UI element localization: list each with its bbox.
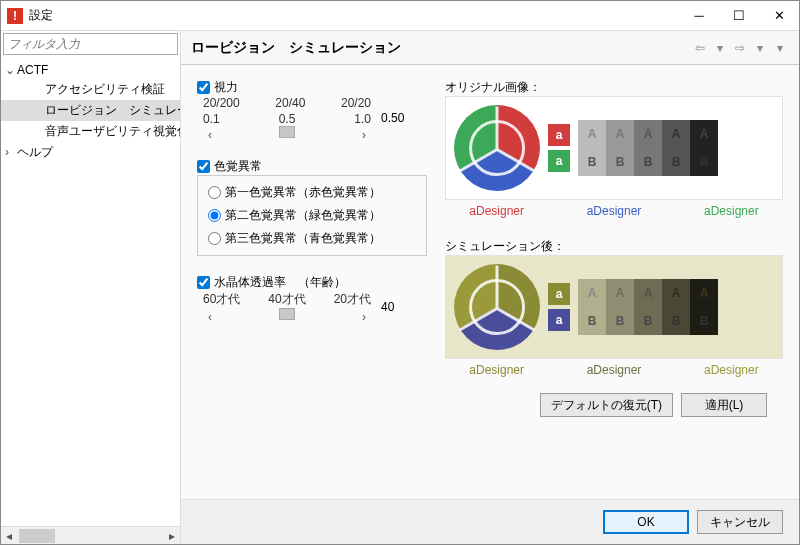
designer-row-sim: aDesigner aDesigner aDesigner xyxy=(445,363,783,377)
lens-section: 水晶体透過率 （年齢） 60才代 40才代 20才代 xyxy=(197,274,427,322)
forward-menu-icon[interactable]: ▾ xyxy=(751,39,769,57)
tree-item-accessibility[interactable]: アクセシビリティ検証 xyxy=(1,79,180,100)
caret-right-icon: › xyxy=(5,145,17,159)
nav-tree: ⌄ACTF アクセシビリティ検証 ロービジョン シミュレーショ 音声ユーザビリテ… xyxy=(1,57,180,526)
close-button[interactable]: ✕ xyxy=(759,1,799,30)
vision-ticks-bottom: 0.1 0.5 1.0 xyxy=(203,112,371,126)
scroll-left-icon[interactable]: ◂ xyxy=(1,529,17,543)
sim-label: シミュレーション後： xyxy=(445,238,783,255)
sim-preview: a a A A A A A xyxy=(445,255,783,359)
lens-checkbox-row[interactable]: 水晶体透過率 （年齢） xyxy=(197,274,427,291)
original-preview: a a A A A A A xyxy=(445,96,783,200)
lens-label: 水晶体透過率 （年齢） xyxy=(214,274,346,291)
restore-defaults-button[interactable]: デフォルトの復元(T) xyxy=(540,393,673,417)
window-title: 設定 xyxy=(29,7,679,24)
filter-box xyxy=(3,33,178,55)
vision-ticks-top: 20/200 20/40 20/20 xyxy=(203,96,371,110)
color-radio-group: 第一色覚異常（赤色覚異常） 第二色覚異常（緑色覚異常） 第三色覚異常（青色覚異常… xyxy=(197,175,427,256)
main-panel: ロービジョン シミュレーション ⇦ ▾ ⇨ ▾ ▾ 視力 xyxy=(181,31,799,544)
lens-slider-thumb[interactable] xyxy=(279,308,295,320)
filter-input[interactable] xyxy=(3,33,178,55)
swatch-red: a xyxy=(548,124,570,146)
color-checkbox-row[interactable]: 色覚異常 xyxy=(197,158,427,175)
vision-value: 0.50 xyxy=(381,111,411,125)
swatch-sim-1: a xyxy=(548,283,570,305)
lens-checkbox[interactable] xyxy=(197,276,210,289)
scroll-right-icon[interactable]: ▸ xyxy=(164,529,180,543)
sidebar-scrollbar[interactable]: ◂ ▸ xyxy=(1,526,180,544)
cancel-button[interactable]: キャンセル xyxy=(697,510,783,534)
back-menu-icon[interactable]: ▾ xyxy=(711,39,729,57)
vision-slider-thumb[interactable] xyxy=(279,126,295,138)
vision-checkbox[interactable] xyxy=(197,81,210,94)
swatches-original: a a xyxy=(548,124,570,172)
tree-item-voice[interactable]: 音声ユーザビリティ視覚化 xyxy=(1,121,180,142)
vision-label: 視力 xyxy=(214,79,238,96)
app-icon: ! xyxy=(7,8,23,24)
settings-window: ! 設定 ─ ☐ ✕ ⌄ACTF アクセシビリティ検証 ロービジョン シミュレー… xyxy=(0,0,800,545)
pie-chart-original xyxy=(454,105,540,191)
preview-column: オリジナル画像： a a xyxy=(445,79,783,493)
controls-column: 視力 20/200 20/40 20/20 xyxy=(197,79,427,493)
lens-ticks: 60才代 40才代 20才代 xyxy=(203,291,371,308)
maximize-button[interactable]: ☐ xyxy=(719,1,759,30)
tree-item-help[interactable]: ›ヘルプ xyxy=(1,142,180,163)
color-option-1[interactable]: 第一色覚異常（赤色覚異常） xyxy=(208,184,416,201)
minimize-button[interactable]: ─ xyxy=(679,1,719,30)
gray-grid-sim: A A A A A B B B B xyxy=(578,279,718,335)
tree-root-actf[interactable]: ⌄ACTF xyxy=(1,61,180,79)
tree-item-lowvision[interactable]: ロービジョン シミュレーショ xyxy=(1,100,180,121)
sidebar: ⌄ACTF アクセシビリティ検証 ロービジョン シミュレーショ 音声ユーザビリテ… xyxy=(1,31,181,544)
original-label: オリジナル画像： xyxy=(445,79,783,96)
dialog-buttons: OK キャンセル xyxy=(181,499,799,544)
vision-section: 視力 20/200 20/40 20/20 xyxy=(197,79,427,140)
forward-icon[interactable]: ⇨ xyxy=(731,39,749,57)
scroll-thumb[interactable] xyxy=(19,529,55,543)
color-option-2[interactable]: 第二色覚異常（緑色覚異常） xyxy=(208,207,416,224)
caret-down-icon: ⌄ xyxy=(5,63,17,77)
titlebar: ! 設定 ─ ☐ ✕ xyxy=(1,1,799,31)
dropdown-menu-icon[interactable]: ▾ xyxy=(771,39,789,57)
color-label: 色覚異常 xyxy=(214,158,262,175)
color-section: 色覚異常 第一色覚異常（赤色覚異常） 第二色覚異常（緑色覚異常） 第三色覚異常（… xyxy=(197,158,427,256)
page-title: ロービジョン シミュレーション xyxy=(191,39,689,57)
gray-grid-original: A A A A A B B B B xyxy=(578,120,718,176)
ok-button[interactable]: OK xyxy=(603,510,689,534)
swatch-green: a xyxy=(548,150,570,172)
swatch-sim-2: a xyxy=(548,309,570,331)
lens-value: 40 xyxy=(381,300,411,314)
apply-button[interactable]: 適用(L) xyxy=(681,393,767,417)
color-checkbox[interactable] xyxy=(197,160,210,173)
swatches-sim: a a xyxy=(548,283,570,331)
vision-checkbox-row[interactable]: 視力 xyxy=(197,79,427,96)
back-icon[interactable]: ⇦ xyxy=(691,39,709,57)
main-header: ロービジョン シミュレーション ⇦ ▾ ⇨ ▾ ▾ xyxy=(181,31,799,65)
pie-chart-sim xyxy=(454,264,540,350)
designer-row-original: aDesigner aDesigner aDesigner xyxy=(445,204,783,218)
page-buttons: デフォルトの復元(T) 適用(L) xyxy=(445,387,783,417)
color-option-3[interactable]: 第三色覚異常（青色覚異常） xyxy=(208,230,416,247)
